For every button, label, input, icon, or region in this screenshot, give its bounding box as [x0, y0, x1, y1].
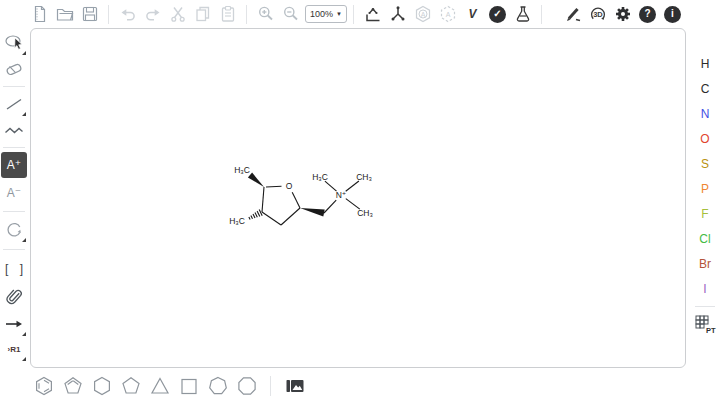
eraser-icon	[3, 58, 25, 80]
open-button[interactable]	[52, 2, 77, 26]
charge-plus-icon: A⁺	[7, 158, 21, 172]
dearomatize-button[interactable]: A	[435, 2, 460, 26]
charge-minus-tool[interactable]: A⁻	[1, 180, 27, 206]
zoom-level-value: 100%	[310, 9, 333, 19]
chain-tool[interactable]	[1, 117, 27, 143]
atom-label[interactable]: CH₃	[357, 208, 373, 218]
3d-viewer-button[interactable]: 3D	[585, 2, 610, 26]
single-bond-tool[interactable]	[1, 91, 27, 117]
redo-icon	[143, 4, 163, 24]
atom-label[interactable]: H₃C	[312, 172, 328, 182]
toolbar-separator	[541, 5, 542, 24]
wedge-bond-up[interactable]	[248, 173, 264, 187]
zoom-out-button[interactable]	[278, 2, 303, 26]
s-group-brackets-icon: [ ]	[1, 262, 27, 276]
zoom-level-dropdown[interactable]: 100% ▼	[305, 5, 347, 23]
cut-icon	[168, 4, 188, 24]
copy-button[interactable]	[190, 2, 215, 26]
element-button-f[interactable]: F	[694, 204, 716, 224]
recognize-button[interactable]	[560, 2, 585, 26]
layout-button[interactable]	[360, 2, 385, 26]
drawing-canvas[interactable]: H₃C O H₃C H₃C CH₃ CH₃ N⁺	[30, 28, 686, 368]
aromatize-button[interactable]: A	[410, 2, 435, 26]
template-cyclopropane[interactable]	[145, 372, 174, 400]
cyclobutane-icon	[178, 375, 200, 397]
template-library-button[interactable]	[280, 372, 309, 400]
template-cycloheptane[interactable]	[203, 372, 232, 400]
rotate-tool[interactable]	[1, 217, 27, 243]
calculated-values-button[interactable]	[510, 2, 535, 26]
cut-button[interactable]	[165, 2, 190, 26]
element-symbol: P	[701, 182, 709, 196]
chain-icon	[3, 119, 25, 141]
redo-button[interactable]	[140, 2, 165, 26]
element-button-i[interactable]: I	[694, 279, 716, 299]
zoom-out-icon	[281, 4, 301, 24]
element-button-h[interactable]: H	[694, 54, 716, 74]
zoom-in-button[interactable]	[253, 2, 278, 26]
element-button-o[interactable]: O	[694, 129, 716, 149]
element-symbol: O	[700, 132, 709, 146]
clean-up-button[interactable]	[385, 2, 410, 26]
erase-tool[interactable]	[1, 56, 27, 82]
svg-text:3D: 3D	[593, 10, 603, 19]
element-symbol: I	[703, 282, 706, 296]
molecule-structure[interactable]: H₃C O H₃C H₃C CH₃ CH₃ N⁺	[31, 29, 687, 369]
dearomatize-icon: A	[438, 4, 458, 24]
charge-minus-icon: A⁻	[7, 186, 21, 200]
element-symbol: Cl	[699, 232, 710, 246]
undo-button[interactable]	[115, 2, 140, 26]
element-button-c[interactable]: C	[694, 79, 716, 99]
template-cyclohexane[interactable]	[87, 372, 116, 400]
element-button-s[interactable]: S	[694, 154, 716, 174]
copy-icon	[193, 4, 213, 24]
template-cyclopentadiene[interactable]	[58, 372, 87, 400]
toolbar-separator	[3, 147, 25, 148]
element-button-p[interactable]: P	[694, 179, 716, 199]
aromatize-icon: A	[413, 4, 433, 24]
molecule-bonds[interactable]	[262, 181, 360, 225]
settings-button[interactable]	[610, 2, 635, 26]
help-button[interactable]: ?	[635, 2, 660, 26]
attachment-tool[interactable]	[1, 284, 27, 310]
cycloheptane-icon	[207, 375, 229, 397]
molecule-atom-labels[interactable]: H₃C O H₃C H₃C CH₃ CH₃ N⁺	[229, 165, 373, 226]
dropdown-indicator	[22, 51, 26, 55]
save-button[interactable]	[77, 2, 102, 26]
atom-label[interactable]: H₃C	[234, 165, 250, 175]
cyclopentane-icon	[120, 375, 142, 397]
atom-label[interactable]: CH₃	[356, 172, 372, 182]
toolbar-separator	[695, 306, 715, 307]
template-cyclobutane[interactable]	[174, 372, 203, 400]
element-button-br[interactable]: Br	[694, 254, 716, 274]
template-cyclooctane[interactable]	[232, 372, 261, 400]
clear-canvas-button[interactable]	[27, 2, 52, 26]
atom-label[interactable]: H₃C	[229, 216, 245, 226]
atom-label[interactable]: O	[286, 181, 293, 191]
reaction-arrow-tool[interactable]	[1, 311, 27, 337]
template-benzene[interactable]	[29, 372, 58, 400]
periodic-table-button[interactable]: PT	[692, 311, 718, 337]
element-button-cl[interactable]: Cl	[694, 229, 716, 249]
zoom-in-icon	[256, 4, 276, 24]
element-button-n[interactable]: N	[694, 104, 716, 124]
template-cyclopentane[interactable]	[116, 372, 145, 400]
atom-label[interactable]: N⁺	[336, 190, 347, 200]
save-icon	[80, 4, 100, 24]
clear-canvas-icon	[30, 4, 50, 24]
element-symbol: Br	[699, 257, 711, 271]
calculate-cip-button[interactable]: V	[460, 2, 485, 26]
lasso-selection-tool[interactable]	[1, 30, 27, 56]
layout-icon	[363, 4, 383, 24]
about-button[interactable]: i	[660, 2, 685, 26]
paste-button[interactable]	[215, 2, 240, 26]
clean-up-icon	[388, 4, 408, 24]
help-icon: ?	[639, 6, 656, 23]
svg-text:PT: PT	[706, 326, 716, 335]
s-group-tool[interactable]: [ ]	[1, 256, 27, 282]
wedge-bond-up[interactable]	[300, 208, 325, 216]
charge-plus-tool[interactable]: A⁺	[1, 152, 27, 178]
r-group-tool[interactable]: ›R1	[1, 336, 27, 362]
check-structure-button[interactable]: ✓	[485, 2, 510, 26]
hashed-wedge-bond[interactable]	[249, 210, 262, 220]
